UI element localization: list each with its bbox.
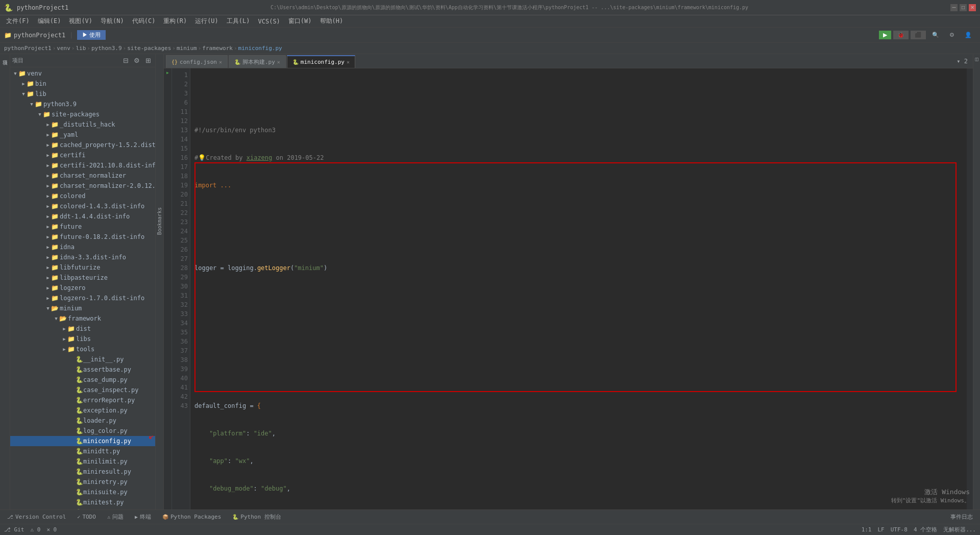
tree-item-venv[interactable]: ▼ 📁 venv: [10, 68, 155, 79]
tree-item-report[interactable]: 🐍 report.py: [10, 507, 155, 509]
tree-item-minium[interactable]: ▼ 📂 minium: [10, 303, 155, 313]
tab-close-config[interactable]: ✕: [219, 59, 222, 65]
tree-item-python39[interactable]: ▼ 📁 python3.9: [10, 99, 155, 109]
tree-item-minisuite[interactable]: 🐍 minisuite.py: [10, 487, 155, 497]
tree-item-exception[interactable]: 🐍 exception.py: [10, 405, 155, 416]
breadcrumb-project[interactable]: pythonProject1: [4, 45, 52, 52]
right-icon-1[interactable]: ◫: [975, 56, 978, 62]
toolbar-build-button[interactable]: ▶ 使用: [77, 30, 106, 40]
toolbar-stop-button[interactable]: ⬛: [911, 31, 926, 39]
bottom-tab-problems[interactable]: ⚠ 问题: [102, 511, 129, 523]
statusbar-git[interactable]: ⎇ Git: [4, 526, 24, 533]
bottom-tab-event-log[interactable]: 事件日志: [945, 511, 978, 523]
sidebar-settings-btn[interactable]: ⚙: [132, 56, 142, 66]
tree-item-tools[interactable]: ▶ 📁 tools: [10, 344, 155, 354]
tree-item-logzero[interactable]: ▶ 📁 logzero: [10, 283, 155, 293]
toolbar-search-button[interactable]: 🔍: [928, 31, 943, 39]
tab-close-script[interactable]: ✕: [277, 59, 280, 65]
tree-item-libs[interactable]: ▶ 📁 libs: [10, 334, 155, 344]
label-charset2: charset_normalizer-2.0.12.dist-info: [60, 182, 155, 189]
tree-item-cached-property[interactable]: ▶ 📁 cached_property-1.5.2.dist-info: [10, 140, 155, 150]
breadcrumb-site-packages[interactable]: site-packages: [127, 45, 171, 52]
menu-navigate[interactable]: 导航(N): [96, 16, 128, 27]
tree-item-colored143[interactable]: ▶ 📁 colored-1.4.3.dist-info: [10, 201, 155, 211]
menu-refactor[interactable]: 重构(R): [159, 16, 191, 27]
editor-options-icon[interactable]: ▾ 2: [953, 58, 971, 65]
toolbar-settings-button[interactable]: ⚙: [945, 31, 959, 39]
code-line-2: #💡Created by xiazeng on 2019-05-22: [194, 153, 963, 162]
tree-item-ddt[interactable]: ▶ 📁 ddt-1.4.4.dist-info: [10, 211, 155, 222]
breadcrumb-venv[interactable]: venv: [57, 45, 70, 52]
tree-item-site-packages[interactable]: ▼ 📁 site-packages: [10, 109, 155, 119]
tree-item-distutils[interactable]: ▶ 📁 _distutils_hack: [10, 119, 155, 130]
toolbar-debug-button[interactable]: 🐞: [893, 31, 909, 39]
tree-item-minidtt[interactable]: 🐍 minidtt.py: [10, 446, 155, 456]
code-editor[interactable]: ▶ 123 6 1112131415 1617181920 2122232425…: [164, 68, 973, 509]
bottom-tab-terminal[interactable]: ▶ 终端: [130, 511, 156, 523]
bottom-tab-python-packages[interactable]: 📦 Python Packages: [157, 511, 226, 523]
toolbar-user-button[interactable]: 👤: [961, 31, 976, 39]
tree-item-case-inspect[interactable]: 🐍 case_inspect.py: [10, 385, 155, 395]
tree-item-idna33[interactable]: ▶ 📁 idna-3.3.dist-info: [10, 252, 155, 262]
close-button[interactable]: ✕: [969, 4, 976, 11]
tree-item-loader[interactable]: 🐍 loader.py: [10, 416, 155, 426]
tree-item-framework[interactable]: ▼ 📂 framework: [10, 313, 155, 324]
menu-view[interactable]: 视图(V): [65, 16, 96, 27]
maximize-button[interactable]: □: [960, 4, 967, 11]
tree-item-charset[interactable]: ▶ 📁 charset_normalizer: [10, 171, 155, 181]
bottom-tab-todo[interactable]: ✓ TODO: [72, 511, 101, 523]
breadcrumb-python39[interactable]: python3.9: [91, 45, 122, 52]
tree-item-certifi2021[interactable]: ▶ 📁 certifi-2021.10.8.dist-info: [10, 160, 155, 171]
tree-item-libfuturize[interactable]: ▶ 📁 libfuturize: [10, 262, 155, 273]
tree-item-idna[interactable]: ▶ 📁 idna: [10, 242, 155, 252]
problems-label: 问题: [112, 513, 124, 521]
menu-code[interactable]: 代码(C): [128, 16, 160, 27]
tree-item-bin[interactable]: ▶ 📁 bin: [10, 79, 155, 89]
tree-item-miniconfig[interactable]: 🐍 miniconfig.py: [10, 436, 155, 446]
tab-config-json[interactable]: {} config.json ✕: [166, 55, 228, 68]
menu-file[interactable]: 文件(F): [2, 16, 34, 27]
bookmarks-label[interactable]: Bookmarks: [157, 207, 162, 235]
tree-item-dist[interactable]: ▶ 📁 dist: [10, 324, 155, 334]
tab-close-miniconfig[interactable]: ✕: [347, 59, 350, 65]
tree-item-minitest[interactable]: 🐍 minitest.py: [10, 497, 155, 507]
menu-tools[interactable]: 工具(L): [223, 16, 254, 27]
bottom-tab-python-console[interactable]: 🐍 Python 控制台: [227, 511, 286, 523]
tab-miniconfig[interactable]: 🐍 miniconfig.py ✕: [287, 55, 355, 68]
sidebar-collapse-all-btn[interactable]: ⊟: [120, 56, 131, 66]
tree-item-future[interactable]: ▶ 📁 future: [10, 222, 155, 232]
tree-item-error-report[interactable]: 🐍 errorReport.py: [10, 395, 155, 405]
tree-item-yaml[interactable]: ▶ 📁 _yaml: [10, 130, 155, 140]
tree-item-lib[interactable]: ▼ 📁 lib: [10, 89, 155, 99]
tree-item-init[interactable]: 🐍 __init__.py: [10, 354, 155, 364]
tree-item-certifi[interactable]: ▶ 📁 certifi: [10, 150, 155, 160]
breadcrumb-lib[interactable]: lib: [76, 45, 86, 52]
bottom-tab-version-control[interactable]: ⎇ Version Control: [2, 511, 71, 523]
menu-run[interactable]: 运行(U): [191, 16, 223, 27]
sidebar-layout-btn[interactable]: ⊞: [143, 56, 153, 66]
tab-script-builder[interactable]: 🐍 脚本构建.py ✕: [229, 55, 286, 68]
menu-window[interactable]: 窗口(W): [284, 16, 316, 27]
tree-item-charset2[interactable]: ▶ 📁 charset_normalizer-2.0.12.dist-info: [10, 181, 155, 191]
tree-item-future0182[interactable]: ▶ 📁 future-0.18.2.dist-info: [10, 232, 155, 242]
toolbar-run-button[interactable]: ▶: [879, 31, 891, 39]
code-content[interactable]: #!/usr/bin/env python3 #💡Created by xiaz…: [190, 68, 967, 509]
menu-edit[interactable]: 编辑(E): [34, 16, 65, 27]
run-icon[interactable]: ▶: [166, 70, 169, 75]
breadcrumb-framework[interactable]: framework: [202, 45, 233, 52]
tree-item-minilimit[interactable]: 🐍 minilimit.py: [10, 456, 155, 467]
tree-item-libpasteurize[interactable]: ▶ 📁 libpasteurize: [10, 273, 155, 283]
tree-item-assertbase[interactable]: 🐍 assertbase.py: [10, 364, 155, 375]
breadcrumb-minium[interactable]: minium: [177, 45, 197, 52]
titlebar-controls[interactable]: ─ □ ✕: [950, 4, 976, 11]
tree-item-log-color[interactable]: 🐍 log_color.py: [10, 426, 155, 436]
tree-item-logzero170[interactable]: ▶ 📁 logzero-1.7.0.dist-info: [10, 293, 155, 303]
tree-item-colored[interactable]: ▶ 📁 colored: [10, 191, 155, 201]
menu-vcs[interactable]: VCS(S): [254, 17, 284, 26]
tree-item-miniretry[interactable]: 🐍 miniretry.py: [10, 477, 155, 487]
minimize-button[interactable]: ─: [950, 4, 958, 11]
breadcrumb-miniconfig[interactable]: miniconfig.py: [238, 45, 282, 52]
tree-item-case-dump[interactable]: 🐍 case_dump.py: [10, 375, 155, 385]
tree-item-miniresult[interactable]: 🐍 miniresult.py: [10, 467, 155, 477]
menu-help[interactable]: 帮助(H): [316, 16, 348, 27]
